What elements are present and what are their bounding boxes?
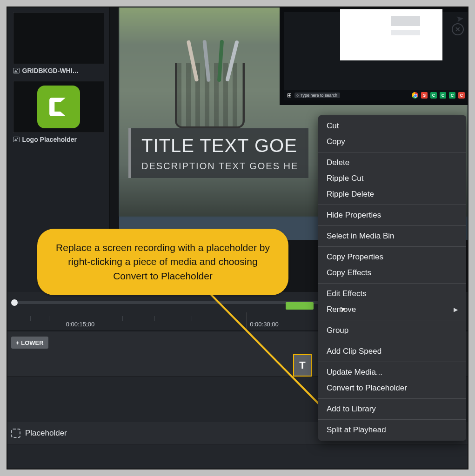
ruler-tick: 0:00:15;00 [63,312,94,331]
tray-icon: C [440,92,446,99]
media-item[interactable]: Logo Placeholder [13,81,104,143]
taskbar-search: ○ Type here to search [294,93,340,98]
tray-icon: C [430,92,437,99]
close-icon[interactable]: ✕ [452,23,464,35]
context-menu-item[interactable]: Ripple Delete [318,186,466,202]
context-menu-item[interactable]: Copy Properties [318,249,466,265]
context-menu-item[interactable]: Convert to Placeholder [318,380,466,396]
taskbar-search-placeholder: Type here to search [300,93,337,98]
title-overlay: TITLE TEXT GOE DESCRIPTION TEXT GOES HE [128,128,308,178]
instruction-callout: Replace a screen recording with a placeh… [37,229,288,295]
context-menu-item[interactable]: Cut [318,118,466,134]
tray-icon: S [421,92,428,99]
tray-icon: C [449,92,455,99]
context-menu-item[interactable]: Copy Effects [318,265,466,281]
camtasia-logo-icon [37,86,80,128]
track-label-chip[interactable]: + LOWER [11,337,48,349]
chrome-icon [412,92,418,99]
context-menu-item[interactable]: Group [318,323,466,338]
context-menu-item[interactable]: Ripple Cut [318,171,466,186]
media-item[interactable]: GRIDBKGD-WHI… [13,12,104,74]
context-menu-item[interactable]: Add to Library [318,401,466,417]
image-icon [13,137,20,142]
context-menu: CutCopyDeleteRipple CutRipple DeleteHide… [318,115,466,441]
app-window: GRIDBKGD-WHI… Logo Placeholder TITLE TEX… [7,7,468,469]
windows-start-icon: ⊞ [287,92,292,99]
context-menu-item[interactable]: Select in Media Bin [318,228,466,244]
search-icon: ○ [296,93,299,98]
context-menu-item[interactable]: Hide Properties [318,207,466,223]
placeholder-icon [11,429,20,438]
windows-taskbar: ⊞ ○ Type here to search S C C C C [284,90,468,100]
tray-icon: C [458,92,465,99]
context-menu-item[interactable]: Update Media... [318,364,466,380]
title-text: TITLE TEXT GOE [141,134,298,158]
subtitle-text: DESCRIPTION TEXT GOES HE [141,160,298,172]
image-icon [13,68,20,73]
media-item-name: GRIDBKGD-WHI… [22,67,79,74]
context-menu-item[interactable]: Add Clip Speed [318,344,466,359]
svg-line-0 [207,291,328,414]
pen-cup-graphic [175,63,245,128]
context-menu-item[interactable]: Edit Effects [318,286,466,302]
media-item-name: Logo Placeholder [22,136,77,143]
callout-text: Replace a screen recording with a placeh… [56,242,270,281]
context-menu-item[interactable]: Copy [318,134,466,150]
track-clip-label: Placeholder [25,429,67,438]
screen-recording-preview: ⊞ ○ Type here to search S C C C C [280,7,468,105]
webpage-mock [340,9,442,60]
chevron-right-icon: ▶ [454,306,458,313]
context-menu-item[interactable]: Split at Playhead [318,422,466,438]
context-menu-item[interactable]: Delete [318,155,466,171]
